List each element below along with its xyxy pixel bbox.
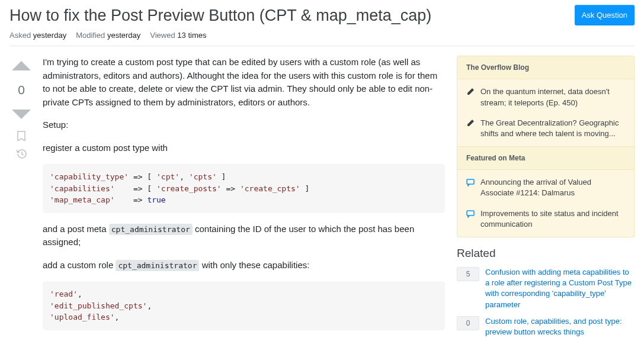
related-link[interactable]: Confusion with adding meta capabilities …: [485, 267, 635, 310]
post-paragraph: I'm trying to create a custom post type …: [43, 56, 445, 109]
pencil-icon: [466, 88, 476, 108]
vote-count: 0: [18, 83, 25, 97]
related-header: Related: [457, 247, 635, 260]
question-stats: Asked yesterday Modified yesterday Viewe…: [9, 31, 635, 46]
viewed-label: Viewed: [150, 31, 175, 40]
related-score: 5: [457, 267, 479, 281]
inline-code: cpt_administrator: [109, 224, 193, 235]
modified-value: yesterday: [107, 31, 140, 40]
overflow-blog-header: The Overflow Blog: [457, 56, 634, 79]
post-paragraph: register a custom post type with: [43, 141, 445, 155]
downvote-button[interactable]: [11, 103, 32, 124]
bookmark-icon[interactable]: [16, 130, 27, 143]
related-score: 0: [457, 316, 479, 330]
svg-rect-0: [467, 179, 474, 184]
overflow-blog-item[interactable]: The Great Decentralization? Geographic s…: [457, 113, 634, 144]
featured-meta-item[interactable]: Announcing the arrival of Valued Associa…: [457, 172, 634, 203]
overflow-blog-link[interactable]: On the quantum internet, data doesn't st…: [480, 86, 625, 108]
featured-meta-link[interactable]: Announcing the arrival of Valued Associa…: [480, 177, 625, 198]
post-paragraph: add a custom role cpt_administrator with…: [43, 259, 445, 272]
sidebar-bulletin: The Overflow Blog On the quantum interne…: [457, 56, 635, 237]
featured-meta-link[interactable]: Improvements to site status and incident…: [480, 208, 625, 230]
code-block: 'capability_type' => [ 'cpt', 'cpts' ] '…: [43, 164, 445, 213]
overflow-blog-link[interactable]: The Great Decentralization? Geographic s…: [480, 118, 625, 139]
inline-code: cpt_administrator: [116, 260, 199, 271]
related-item: 0 Custom role, capabilities, and post ty…: [457, 316, 635, 337]
related-link[interactable]: Custom role, capabilities, and post type…: [485, 316, 635, 337]
speech-icon: [466, 210, 476, 230]
history-icon[interactable]: [16, 149, 27, 161]
related-item: 5 Confusion with adding meta capabilitie…: [457, 267, 635, 310]
pencil-icon: [466, 119, 476, 139]
asked-label: Asked: [9, 31, 31, 40]
featured-meta-header: Featured on Meta: [457, 146, 634, 170]
featured-meta-item[interactable]: Improvements to site status and incident…: [457, 204, 634, 234]
post-paragraph: and a post meta cpt_administrator contai…: [43, 223, 445, 249]
svg-rect-1: [467, 211, 474, 215]
overflow-blog-item[interactable]: On the quantum internet, data doesn't st…: [457, 82, 634, 112]
asked-value: yesterday: [33, 31, 66, 40]
ask-question-button[interactable]: Ask Question: [575, 5, 635, 25]
post-body: I'm trying to create a custom post type …: [43, 56, 445, 341]
post-paragraph: Setup:: [43, 118, 445, 132]
code-block: 'read', 'edit_published_cpts', 'upload_f…: [43, 281, 445, 330]
modified-label: Modified: [76, 31, 105, 40]
viewed-value: 13 times: [177, 31, 206, 40]
speech-icon: [466, 178, 476, 198]
question-title: How to fix the Post Preview Button (CPT …: [9, 5, 568, 26]
upvote-button[interactable]: [11, 56, 32, 77]
